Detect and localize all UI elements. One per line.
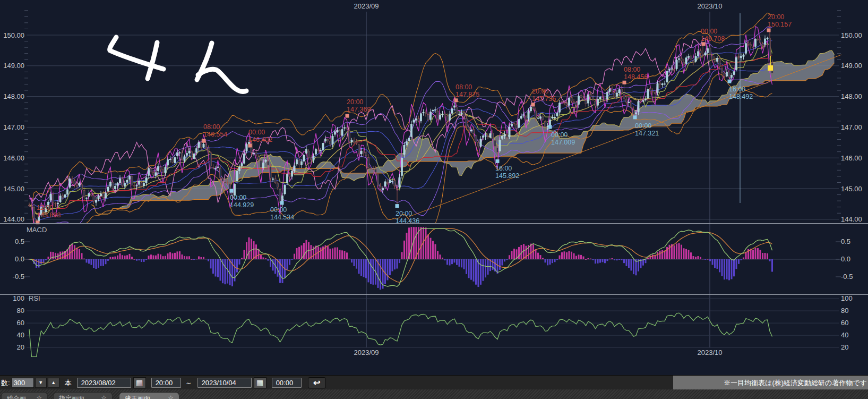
price-callout-marker [531,103,535,106]
svg-text:149.00: 149.00 [841,62,862,70]
svg-text:20: 20 [841,343,848,351]
svg-text:148.00: 148.00 [841,92,862,100]
svg-text:146.554: 146.554 [203,131,227,138]
price-callout-marker [728,80,732,83]
calendar-to-button[interactable]: ▦ [254,377,267,388]
time-from-input[interactable]: 20:00 [151,378,181,388]
bar-unit-label: 本 [65,378,72,388]
price-callout-marker [496,159,500,163]
svg-text:00:00: 00:00 [270,206,287,214]
count-increase-button[interactable]: ▲ [48,378,59,388]
svg-text:2023/09: 2023/09 [354,2,379,10]
svg-text:100: 100 [13,294,24,302]
svg-text:60: 60 [841,319,848,327]
svg-text:-0.5: -0.5 [13,273,24,281]
svg-text:08:00: 08:00 [456,83,472,91]
chevron-down-icon: ▼ [38,380,43,385]
svg-text:0.0: 0.0 [841,255,850,263]
svg-text:147.369: 147.369 [347,106,371,113]
svg-text:147.009: 147.009 [551,139,575,146]
svg-text:40: 40 [17,331,24,339]
price-callout-marker [702,42,706,46]
star-icon: ☆ [36,394,42,399]
bar-count-label: 数: [1,378,10,388]
svg-text:144.534: 144.534 [270,214,294,221]
range-controls: 数: 300 ▼ ▲ 本 2023/08/02 ▦ 20:00 ～ 2023/1… [0,376,326,390]
date-from-input[interactable]: 2023/08/02 [77,378,131,388]
tab-tategyoku-gamen[interactable]: 建玉画面 ☆ [119,392,179,399]
price-callout-marker [202,139,206,143]
svg-text:149.00: 149.00 [3,62,24,70]
svg-text:20:00: 20:00 [347,98,363,106]
svg-text:80: 80 [17,307,24,315]
svg-text:20: 20 [17,343,24,351]
calendar-icon: ▦ [136,378,143,387]
svg-text:143.898: 143.898 [37,211,61,219]
tab-label: 指定画面 [59,394,84,399]
svg-text:100: 100 [841,294,853,302]
svg-text:16:00: 16:00 [729,86,745,93]
svg-text:147.875: 147.875 [456,91,479,98]
time-to-input[interactable]: 00:00 [272,378,302,388]
svg-text:146.402: 146.402 [248,136,272,143]
price-callout-marker [623,81,626,84]
svg-text:150.00: 150.00 [3,31,24,39]
reload-chart-button[interactable]: ↩ [308,377,326,388]
chart-canvas[interactable]: 144.00144.00145.00145.00146.00146.00147.… [0,0,868,375]
tab-sougou-gamen[interactable]: 総合画面 ☆ [1,392,48,399]
svg-text:00:00: 00:00 [230,194,246,201]
svg-text:0.5: 0.5 [841,237,850,245]
svg-text:147.00: 147.00 [3,123,24,131]
bottom-toolbar: 数: 300 ▼ ▲ 本 2023/08/02 ▦ 20:00 ～ 2023/1… [0,375,868,390]
svg-text:-0.5: -0.5 [841,273,853,281]
svg-text:80: 80 [841,307,848,315]
svg-text:150.00: 150.00 [841,31,862,39]
svg-text:145.892: 145.892 [495,172,519,180]
tab-label: 建玉画面 [125,394,150,399]
date-to-input[interactable]: 2023/10/04 [197,378,252,388]
svg-text:00:00: 00:00 [551,131,568,139]
svg-text:150.157: 150.157 [768,21,792,28]
range-separator: ～ [185,378,192,388]
svg-text:MACD: MACD [27,226,47,234]
calendar-from-button[interactable]: ▦ [133,377,146,388]
svg-text:2023/10: 2023/10 [698,349,723,356]
chevron-up-icon: ▲ [51,380,56,385]
svg-text:147.321: 147.321 [635,130,659,137]
svg-text:08:00: 08:00 [624,66,640,73]
svg-text:148.456: 148.456 [624,73,648,81]
reload-icon: ↩ [313,378,320,387]
star-icon: ☆ [168,394,174,399]
svg-text:00:00: 00:00 [248,129,265,136]
star-icon: ☆ [101,394,107,399]
svg-text:144.00: 144.00 [841,215,862,223]
svg-text:2023/10: 2023/10 [698,2,723,10]
price-callout-marker [396,204,399,208]
price-callout-marker [280,201,284,205]
svg-text:20:00: 20:00 [532,88,548,95]
svg-text:146.00: 146.00 [841,154,862,162]
svg-text:20:00: 20:00 [396,210,412,217]
svg-text:144.00: 144.00 [3,215,24,223]
bar-count-input[interactable]: 300 [12,378,34,388]
price-callout-marker [248,143,252,147]
calendar-icon: ▦ [256,378,263,387]
svg-text:12:00: 12:00 [37,204,53,211]
svg-text:16:00: 16:00 [495,165,512,172]
trading-app-window: 144.00144.00145.00145.00146.00146.00147.… [0,0,868,399]
svg-text:145.00: 145.00 [841,185,862,193]
svg-text:148.492: 148.492 [729,93,753,100]
svg-text:146.00: 146.00 [3,154,24,162]
current-price-marker [768,65,773,71]
copyright-notice: ※一目均衡表は(株)経済変動総研の著作物です [673,376,868,390]
svg-text:148.00: 148.00 [3,92,24,100]
svg-text:0.0: 0.0 [15,255,24,263]
price-callout-marker [346,114,349,118]
tab-shitei-gamen[interactable]: 指定画面 ☆ [53,392,113,399]
svg-text:20:00: 20:00 [768,13,784,21]
svg-text:40: 40 [841,331,848,339]
svg-text:147.736: 147.736 [532,95,556,103]
count-decrease-button[interactable]: ▼ [35,378,47,388]
svg-text:145.00: 145.00 [3,185,24,193]
price-callout-marker [633,115,637,119]
